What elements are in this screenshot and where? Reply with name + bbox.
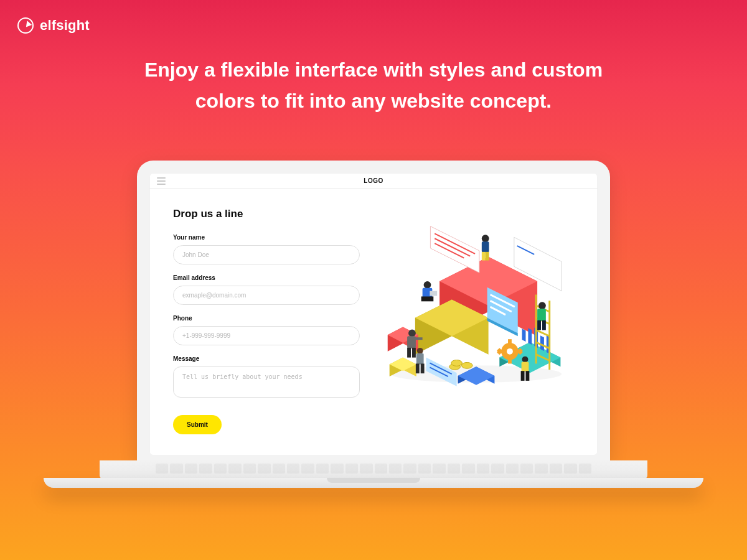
svg-point-54 — [461, 362, 472, 368]
page-headline: Enjoy a flexible interface with styles a… — [118, 55, 629, 116]
svg-point-62 — [424, 281, 431, 289]
laptop-keyboard — [100, 460, 647, 479]
svg-point-66 — [408, 329, 416, 337]
label-name: Your name — [173, 234, 360, 241]
embedded-website: LOGO Drop us a line Your name Email addr… — [149, 173, 598, 455]
isometric-illustration-svg — [378, 214, 574, 397]
svg-rect-59 — [482, 241, 489, 253]
laptop-notch — [327, 478, 420, 483]
site-logo: LOGO — [364, 177, 383, 184]
laptop-screen-bezel: LOGO Drop us a line Your name Email addr… — [137, 161, 610, 462]
svg-point-75 — [538, 302, 546, 309]
site-body: Drop us a line Your name Email address P… — [149, 189, 598, 455]
svg-rect-82 — [525, 371, 529, 381]
brand-logo: elfsight — [17, 17, 90, 34]
brand-name: elfsight — [40, 17, 90, 34]
input-email[interactable] — [173, 286, 360, 305]
svg-rect-45 — [508, 359, 512, 364]
svg-point-43 — [507, 348, 513, 355]
svg-rect-73 — [416, 363, 420, 373]
svg-rect-78 — [542, 320, 546, 330]
contact-form: Drop us a line Your name Email address P… — [173, 208, 360, 441]
svg-point-53 — [451, 360, 463, 366]
svg-rect-60 — [482, 252, 486, 261]
svg-rect-68 — [407, 348, 411, 358]
input-name[interactable] — [173, 245, 360, 264]
input-message[interactable] — [173, 366, 360, 398]
svg-rect-80 — [522, 362, 529, 371]
svg-rect-25 — [522, 329, 526, 342]
svg-rect-44 — [508, 339, 512, 344]
svg-rect-74 — [421, 363, 425, 373]
field-phone: Phone — [173, 315, 360, 345]
hero-illustration — [378, 208, 574, 441]
svg-rect-64 — [421, 296, 434, 301]
label-email: Email address — [173, 274, 360, 281]
field-message: Message — [173, 355, 360, 400]
svg-point-58 — [482, 235, 489, 242]
laptop-mockup: LOGO Drop us a line Your name Email addr… — [137, 161, 610, 489]
site-header: LOGO — [149, 173, 598, 189]
label-phone: Phone — [173, 315, 360, 322]
svg-rect-26 — [528, 328, 532, 345]
form-title: Drop us a line — [173, 208, 360, 220]
submit-button[interactable]: Submit — [173, 415, 222, 434]
input-phone[interactable] — [173, 326, 360, 345]
field-name: Your name — [173, 234, 360, 264]
svg-rect-69 — [412, 348, 416, 358]
label-message: Message — [173, 355, 360, 362]
svg-point-79 — [522, 357, 529, 363]
svg-rect-67 — [407, 336, 416, 348]
svg-rect-70 — [415, 337, 423, 340]
field-email: Email address — [173, 274, 360, 305]
svg-rect-77 — [537, 320, 541, 330]
svg-point-71 — [417, 348, 423, 354]
svg-rect-72 — [416, 353, 424, 365]
svg-rect-81 — [521, 371, 525, 381]
hamburger-icon[interactable] — [157, 177, 166, 185]
svg-rect-61 — [486, 252, 489, 261]
laptop-base — [44, 460, 703, 489]
svg-marker-31 — [430, 226, 479, 273]
svg-rect-76 — [537, 309, 546, 321]
svg-rect-65 — [430, 291, 437, 296]
svg-line-39 — [536, 330, 550, 336]
elfsight-icon — [17, 17, 34, 34]
svg-rect-28 — [540, 335, 544, 351]
